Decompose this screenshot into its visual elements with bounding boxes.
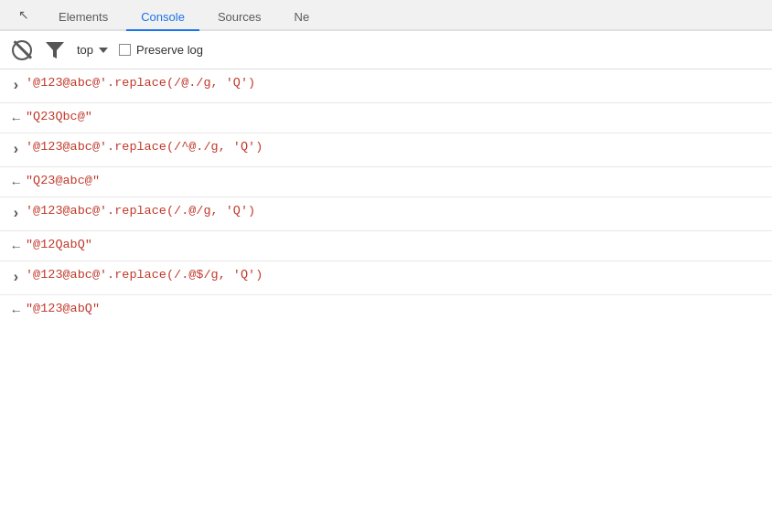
console-input-code[interactable]: '@123@abc@'.replace(/.@$/g, 'Q') [26,265,765,285]
tab-elements[interactable]: Elements [44,5,123,31]
context-selector[interactable]: top [77,43,108,57]
console-output-value: "@12QabQ" [26,235,765,255]
console-row: ←"Q23Qbc@" [0,103,772,133]
output-prefix: ← [0,171,26,193]
console-row: ›'@123@abc@'.replace(/^@./g, 'Q') [0,133,772,167]
no-entry-icon [12,40,32,60]
console-output-value: "Q23Qbc@" [26,107,765,127]
output-prefix: ← [0,299,26,321]
context-dropdown-arrow [99,48,108,53]
input-prefix: › [0,73,26,99]
cursor-icon: ↖ [15,5,33,24]
output-prefix: ← [0,107,26,129]
console-row: ←"@123@abQ" [0,295,772,325]
preserve-log-checkbox[interactable] [119,44,131,56]
console-input-code[interactable]: '@123@abc@'.replace(/@./g, 'Q') [26,73,765,93]
preserve-log-label: Preserve log [136,43,203,57]
tab-bar: ↖ Elements Console Sources Ne [0,0,772,31]
console-output-value: "@123@abQ" [26,299,765,319]
filter-button[interactable] [44,39,66,61]
console-row: ←"Q23@abc@" [0,167,772,197]
console-row: ›'@123@abc@'.replace(/@./g, 'Q') [0,69,772,103]
input-prefix: › [0,201,26,227]
tab-network[interactable]: Ne [280,5,325,31]
console-input-code[interactable]: '@123@abc@'.replace(/.@/g, 'Q') [26,201,765,221]
console-row: ›'@123@abc@'.replace(/.@$/g, 'Q') [0,261,772,295]
tab-console[interactable]: Console [126,5,199,31]
input-prefix: › [0,265,26,291]
console-output: ›'@123@abc@'.replace(/@./g, 'Q')←"Q23Qbc… [0,69,772,325]
console-output-value: "Q23@abc@" [26,171,765,191]
clear-console-button[interactable] [11,39,33,61]
input-prefix: › [0,137,26,163]
output-prefix: ← [0,235,26,257]
tab-sources[interactable]: Sources [203,5,276,31]
tab-cursor[interactable]: ↖ [7,0,40,29]
console-input-code[interactable]: '@123@abc@'.replace(/^@./g, 'Q') [26,137,765,157]
svg-marker-0 [46,42,64,59]
console-toolbar: top Preserve log [0,31,772,69]
context-value: top [77,43,93,57]
console-row: ←"@12QabQ" [0,231,772,261]
console-row: ›'@123@abc@'.replace(/.@/g, 'Q') [0,197,772,231]
preserve-log-container: Preserve log [119,43,203,57]
filter-icon [46,42,64,59]
